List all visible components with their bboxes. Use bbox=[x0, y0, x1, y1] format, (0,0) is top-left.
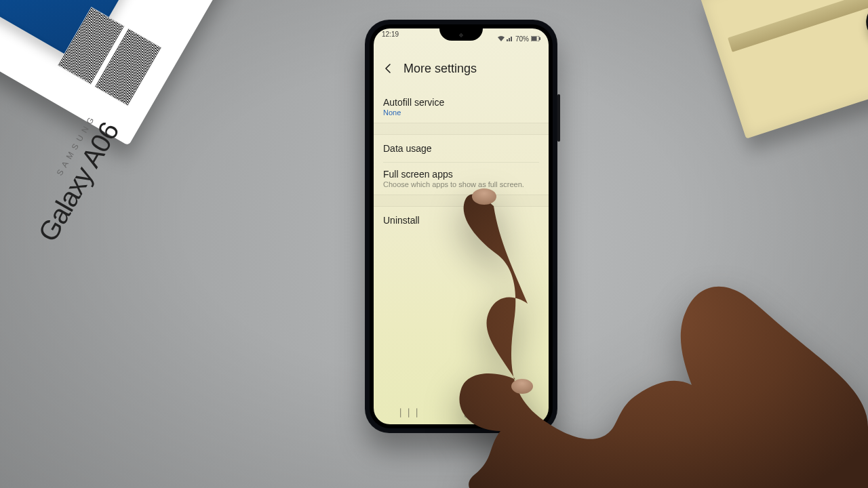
watermark-chip bbox=[835, 462, 859, 479]
svg-rect-1 bbox=[532, 37, 537, 41]
svg-rect-2 bbox=[539, 37, 540, 40]
row-subtitle: Choose which apps to show as full screen… bbox=[383, 180, 539, 188]
status-bar: 12:19 70% bbox=[374, 28, 549, 47]
row-data-usage[interactable]: Data usage bbox=[374, 135, 549, 162]
status-battery: 70% bbox=[515, 35, 529, 43]
battery-icon bbox=[531, 36, 540, 41]
row-full-screen-apps[interactable]: Full screen apps Choose which apps to sh… bbox=[374, 163, 549, 195]
settings-list: Autofill service None Data usage Full sc… bbox=[374, 91, 549, 234]
section-gap bbox=[374, 123, 549, 135]
row-title: Full screen apps bbox=[383, 169, 539, 180]
android-nav-bar: 丨丨丨 bbox=[374, 403, 549, 424]
phone-body: 12:19 70% More settings A bbox=[365, 20, 557, 433]
signal-icon bbox=[507, 36, 513, 41]
section-gap bbox=[374, 195, 549, 207]
nav-recents-button[interactable]: 丨丨丨 bbox=[396, 407, 420, 420]
chevron-left-icon bbox=[382, 62, 395, 75]
row-autofill-service[interactable]: Autofill service None bbox=[374, 91, 549, 123]
row-title: Autofill service bbox=[383, 97, 539, 108]
phone-side-button bbox=[557, 94, 560, 142]
status-time: 12:19 bbox=[382, 30, 399, 47]
page-title: More settings bbox=[403, 62, 477, 76]
wifi-icon bbox=[498, 36, 505, 41]
nav-home-button[interactable] bbox=[465, 409, 473, 418]
back-button[interactable] bbox=[382, 62, 395, 75]
row-title: Uninstall bbox=[383, 215, 539, 226]
row-uninstall[interactable]: Uninstall bbox=[374, 207, 549, 234]
page-header: More settings bbox=[374, 56, 549, 81]
row-title: Data usage bbox=[383, 143, 539, 154]
nav-back-button[interactable] bbox=[517, 408, 526, 420]
row-subtitle: None bbox=[383, 108, 539, 117]
phone-screen: 12:19 70% More settings A bbox=[374, 28, 549, 424]
